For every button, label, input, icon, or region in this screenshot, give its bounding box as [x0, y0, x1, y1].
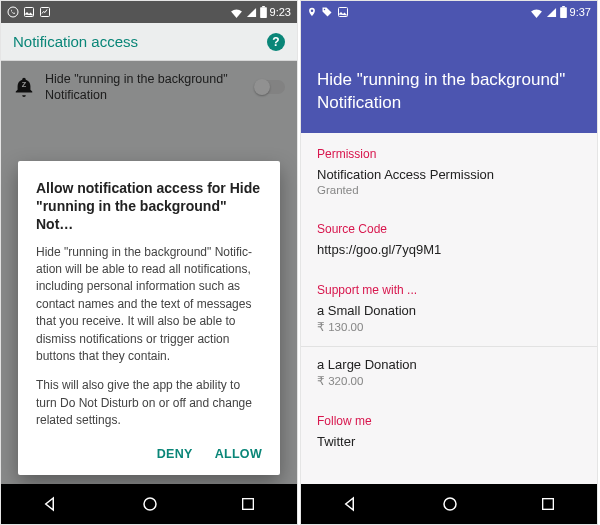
section-permission: Permission	[301, 133, 597, 167]
small-donation-title: a Small Donation	[317, 303, 581, 318]
section-support: Support me with ...	[301, 269, 597, 303]
svg-point-12	[444, 498, 456, 510]
svg-point-6	[144, 498, 156, 510]
large-donation-item[interactable]: a Large Donation ₹ 320.00	[301, 347, 597, 400]
location-icon	[307, 6, 317, 18]
status-time: 9:37	[570, 6, 591, 18]
twitter-item[interactable]: Twitter	[301, 434, 597, 461]
large-donation-price: ₹ 320.00	[317, 374, 581, 388]
settings-body: Permission Notification Access Permissio…	[301, 133, 597, 484]
svg-rect-7	[243, 499, 254, 510]
wifi-icon	[530, 7, 543, 18]
back-icon[interactable]	[342, 495, 360, 513]
svg-rect-11	[562, 6, 565, 7]
large-donation-title: a Large Donation	[317, 357, 581, 372]
whatsapp-icon	[7, 6, 19, 18]
wifi-icon	[230, 7, 243, 18]
hero-header: Hide "running in the background" Notific…	[301, 23, 597, 133]
signal-icon	[246, 7, 257, 18]
dialog-scrim[interactable]: Allow notification access for Hide "runn…	[1, 61, 297, 484]
permission-item[interactable]: Notification Access Permission Granted	[301, 167, 597, 208]
deny-button[interactable]: DENY	[157, 447, 193, 461]
page-title: Notification access	[13, 33, 138, 50]
status-bar: 9:23	[1, 1, 297, 23]
svg-rect-10	[560, 7, 567, 18]
image-icon	[337, 6, 349, 18]
permission-title: Notification Access Permission	[317, 167, 581, 182]
status-time: 9:23	[270, 6, 291, 18]
home-icon[interactable]	[141, 495, 159, 513]
nav-bar	[301, 484, 597, 524]
nav-bar	[1, 484, 297, 524]
action-bar: Notification access ?	[1, 23, 297, 61]
home-icon[interactable]	[441, 495, 459, 513]
content-area: Z Hide "running in the background" Notif…	[1, 61, 297, 484]
small-donation-item[interactable]: a Small Donation ₹ 130.00	[301, 303, 597, 346]
source-item[interactable]: https://goo.gl/7yq9M1	[301, 242, 597, 269]
small-donation-price: ₹ 130.00	[317, 320, 581, 334]
source-url: https://goo.gl/7yq9M1	[317, 242, 581, 257]
signal-icon	[546, 7, 557, 18]
section-follow: Follow me	[301, 400, 597, 434]
hero-title: Hide "running in the background" Notific…	[317, 69, 581, 115]
chart-icon	[39, 6, 51, 18]
recents-icon[interactable]	[540, 496, 556, 512]
phone-left: 9:23 Notification access ? Z Hide "runni…	[0, 0, 298, 525]
dialog-body-2: This will also give the app the ability …	[36, 377, 262, 429]
dialog-body-1: Hide "running in the background" Notific…	[36, 244, 262, 366]
permission-dialog: Allow notification access for Hide "runn…	[18, 161, 280, 475]
battery-icon	[260, 6, 267, 18]
battery-icon	[560, 6, 567, 18]
tag-icon	[321, 6, 333, 18]
permission-status: Granted	[317, 184, 581, 196]
svg-rect-13	[543, 499, 554, 510]
image-icon	[23, 6, 35, 18]
allow-button[interactable]: ALLOW	[215, 447, 262, 461]
svg-point-0	[8, 7, 18, 17]
status-bar: 9:37	[301, 1, 597, 23]
svg-point-8	[324, 9, 326, 11]
twitter-title: Twitter	[317, 434, 581, 449]
recents-icon[interactable]	[240, 496, 256, 512]
dialog-title: Allow notification access for Hide "runn…	[36, 179, 262, 234]
svg-rect-3	[260, 7, 267, 18]
svg-rect-4	[262, 6, 265, 7]
phone-right: 9:37 Hide "running in the background" No…	[300, 0, 598, 525]
back-icon[interactable]	[42, 495, 60, 513]
section-source: Source Code	[301, 208, 597, 242]
help-icon[interactable]: ?	[267, 33, 285, 51]
